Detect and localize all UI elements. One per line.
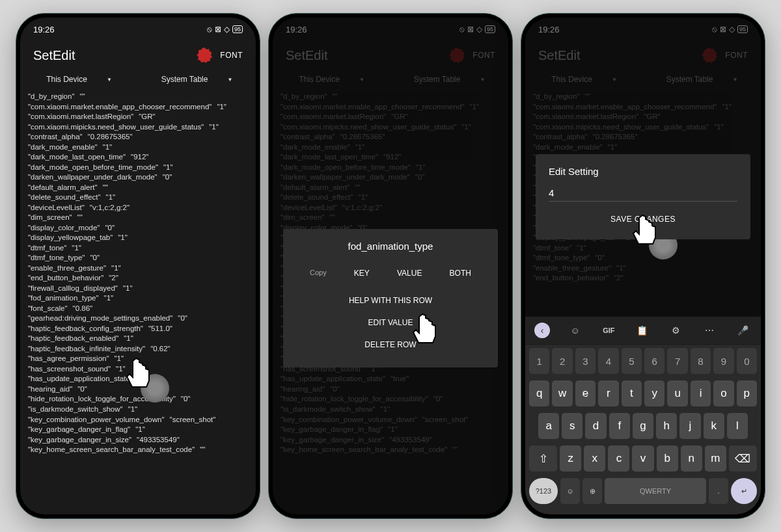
setting-row[interactable]: "dark_mode_enable""1" <box>281 142 500 153</box>
setting-row[interactable]: "com.xiaomi.market.lastRegion""GR" <box>533 112 753 122</box>
kb-key-l[interactable]: l <box>727 413 748 439</box>
kb-key-h[interactable]: h <box>656 413 677 439</box>
setting-row[interactable]: "d_by_region""" <box>281 92 500 102</box>
alert-badge-icon[interactable] <box>702 47 717 63</box>
kb-key-z[interactable]: z <box>560 446 581 472</box>
setting-row[interactable]: "dark_mode_enable""1" <box>533 142 753 153</box>
setting-row[interactable]: "haptic_feedback_infinite_intensity""0.6… <box>28 344 248 354</box>
font-button[interactable]: FONT <box>220 51 243 60</box>
kb-key-f[interactable]: f <box>609 413 630 439</box>
setting-row[interactable]: "com.xiaomi.market.lastRegion""GR" <box>28 112 248 122</box>
kb-key-o[interactable]: o <box>713 380 733 406</box>
setting-row[interactable]: "delete_sound_effect""1" <box>28 193 248 203</box>
kb-key-2[interactable]: 2 <box>552 348 572 374</box>
kb-key-p[interactable]: p <box>737 380 757 406</box>
kb-key-7[interactable]: 7 <box>667 348 687 374</box>
setting-row[interactable]: "key_combination_power_volume_down""scre… <box>281 415 500 425</box>
device-filter[interactable]: This Device <box>538 75 630 84</box>
setting-row[interactable]: "haptic_feedback_config_strength""511.0" <box>28 324 248 334</box>
kb-key-i[interactable]: i <box>691 380 711 406</box>
setting-row[interactable]: "haptic_feedback_enabled""1" <box>28 334 248 344</box>
kb-key-b[interactable]: b <box>657 446 678 472</box>
edit-value-input[interactable] <box>549 185 737 202</box>
setting-row[interactable]: "firewall_calllog_displayed""1" <box>28 284 248 294</box>
setting-row[interactable]: "com.xiaomi.market.enable_app_chooser_re… <box>28 102 248 113</box>
setting-row[interactable]: "hearing_aid""0" <box>281 384 500 395</box>
setting-row[interactable]: "gearhead:driving_mode_settings_enabled"… <box>28 313 248 324</box>
table-filter[interactable]: System Table <box>404 75 495 84</box>
edit-value-button[interactable]: EDIT VALUE <box>283 312 498 334</box>
kb-key-r[interactable]: r <box>598 380 618 406</box>
kb-key-y[interactable]: y <box>644 380 665 406</box>
kb-key-k[interactable]: k <box>704 413 724 439</box>
setting-row[interactable]: "contrast_alpha""0.28675365" <box>281 132 500 142</box>
kb-key-6[interactable]: 6 <box>644 348 665 374</box>
kb-mode-key[interactable]: ?123 <box>529 478 558 504</box>
setting-row[interactable]: "enable_three_gesture""1" <box>28 263 248 274</box>
setting-row[interactable]: "key_combination_power_volume_down""scre… <box>28 415 248 425</box>
kb-backspace-key[interactable]: ⌫ <box>729 446 757 472</box>
kb-gif-button[interactable]: GIF <box>600 322 617 339</box>
kb-key-m[interactable]: m <box>705 446 726 472</box>
setting-row[interactable]: "dtmf_tone""1" <box>533 243 753 254</box>
setting-row[interactable]: "dark_mode_last_open_time""912" <box>28 152 248 163</box>
help-row-button[interactable]: HELP WITH THIS ROW <box>283 289 498 312</box>
kb-key-5[interactable]: 5 <box>622 348 642 374</box>
kb-key-s[interactable]: s <box>562 413 582 439</box>
setting-row[interactable]: "dtmf_tone_type""0" <box>533 253 753 263</box>
kb-key-e[interactable]: e <box>575 380 596 406</box>
kb-key-u[interactable]: u <box>667 380 687 406</box>
setting-row[interactable]: "key_garbage_danger_in_size""493353549" <box>281 435 500 446</box>
kb-key-x[interactable]: x <box>584 446 605 472</box>
setting-row[interactable]: "dark_mode_last_open_time""912" <box>281 152 500 163</box>
copy-value-button[interactable]: VALUE <box>397 269 422 278</box>
setting-row[interactable]: "deviceLevelList""v:1,c:2,g:2" <box>28 203 248 213</box>
kb-key-c[interactable]: c <box>608 446 629 472</box>
setting-row[interactable]: "font_scale""0.86" <box>28 304 248 314</box>
setting-row[interactable]: "contrast_alpha""0.28675365" <box>533 132 753 142</box>
setting-row[interactable]: "d_by_region""" <box>28 92 248 102</box>
alert-badge-icon[interactable] <box>449 47 465 63</box>
kb-key-a[interactable]: a <box>538 413 559 439</box>
kb-key-8[interactable]: 8 <box>691 348 711 374</box>
setting-row[interactable]: "hide_rotation_lock_toggle_for_accessibi… <box>28 394 248 405</box>
setting-row[interactable]: "dim_screen""" <box>281 213 500 223</box>
setting-row[interactable]: "end_button_behavior""2" <box>533 273 753 284</box>
kb-clipboard-icon[interactable]: 📋 <box>634 322 651 339</box>
setting-row[interactable]: "darken_wallpaper_under_dark_mode""0" <box>281 172 500 183</box>
setting-row[interactable]: "dtmf_tone""1" <box>28 243 248 254</box>
kb-key-4[interactable]: 4 <box>598 348 618 374</box>
setting-row[interactable]: "has_agree_permission""1" <box>28 354 248 364</box>
device-filter[interactable]: This Device <box>286 75 377 84</box>
setting-row[interactable]: "hide_rotation_lock_toggle_for_accessibi… <box>281 394 500 405</box>
kb-enter-key[interactable]: ↵ <box>731 478 757 504</box>
kb-more-icon[interactable]: ⋯ <box>701 322 718 339</box>
setting-row[interactable]: "fod_animation_type""1" <box>28 293 248 304</box>
kb-key-9[interactable]: 9 <box>713 348 733 374</box>
kb-emoji-key[interactable]: ☺ <box>560 478 580 504</box>
setting-row[interactable]: "dark_mode_enable""1" <box>28 142 248 153</box>
kb-key-q[interactable]: q <box>529 380 549 406</box>
copy-both-button[interactable]: BOTH <box>450 269 471 278</box>
kb-key-1[interactable]: 1 <box>529 348 549 374</box>
kb-settings-icon[interactable]: ⚙ <box>668 322 685 339</box>
font-button[interactable]: FONT <box>473 51 495 60</box>
font-button[interactable]: FONT <box>725 51 748 60</box>
kb-key-j[interactable]: j <box>679 413 700 439</box>
copy-key-button[interactable]: KEY <box>354 269 370 278</box>
kb-sticker-icon[interactable]: ☺ <box>567 322 584 339</box>
setting-row[interactable]: "end_button_behavior""2" <box>28 273 248 284</box>
setting-row[interactable]: "com.xiaomi.mipicks.need_show_user_guide… <box>28 122 248 133</box>
kb-key-g[interactable]: g <box>633 413 653 439</box>
setting-row[interactable]: "key_garbage_danger_in_flag""1" <box>28 425 248 435</box>
setting-row[interactable]: "dark_mode_open_before_time_mode""1" <box>28 163 248 173</box>
setting-row[interactable]: "hearing_aid""0" <box>28 384 248 395</box>
setting-row[interactable]: "com.xiaomi.market.enable_app_chooser_re… <box>533 102 753 113</box>
kb-space-key[interactable]: QWERTY <box>605 478 706 504</box>
device-filter[interactable]: This Device <box>33 75 125 84</box>
save-changes-button[interactable]: SAVE CHANGES <box>549 202 737 228</box>
kb-key-v[interactable]: v <box>632 446 653 472</box>
setting-row[interactable]: "darken_wallpaper_under_dark_mode""0" <box>28 172 248 183</box>
setting-row[interactable]: "key_home_screen_search_bar_analy_test_c… <box>281 445 500 455</box>
setting-row[interactable]: "enable_three_gesture""1" <box>533 263 753 274</box>
